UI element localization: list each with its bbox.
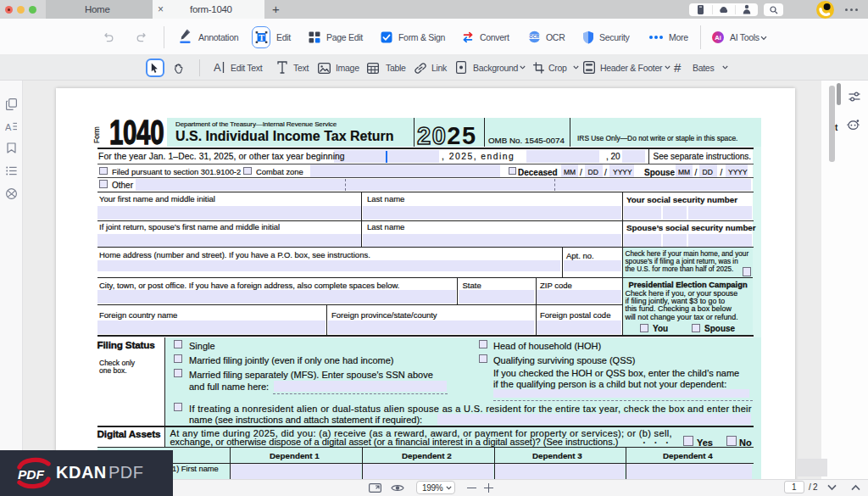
svg-text:T: T: [259, 33, 264, 42]
svg-text:PDF: PDF: [18, 467, 45, 482]
svg-text:A: A: [5, 122, 12, 132]
svg-text:Ai: Ai: [715, 34, 721, 42]
svg-text:OCR: OCR: [529, 34, 539, 39]
svg-text:A: A: [214, 61, 221, 74]
